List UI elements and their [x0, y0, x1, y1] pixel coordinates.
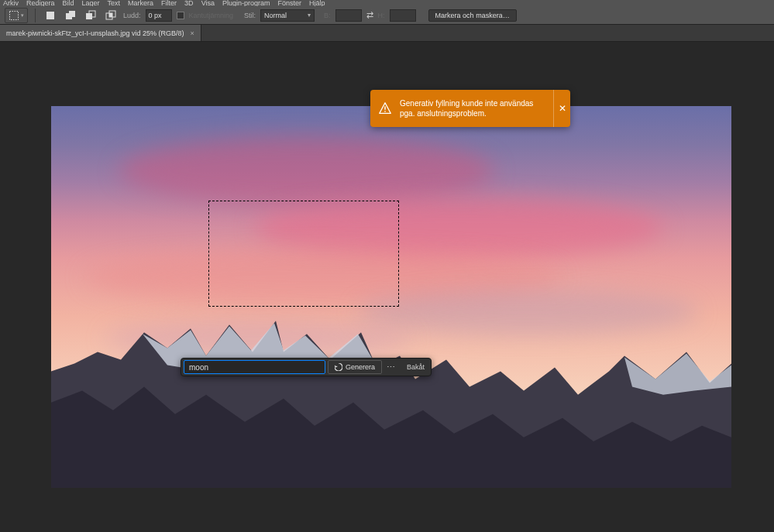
- generative-fill-taskbar: Generera ⋯ Bakåt: [181, 358, 432, 376]
- menu-hjalp[interactable]: Hjälp: [309, 0, 325, 6]
- menu-arkiv[interactable]: Arkiv: [3, 0, 19, 6]
- selection-new-button[interactable]: [43, 8, 58, 23]
- close-tab-icon[interactable]: ×: [191, 29, 194, 37]
- separator: [35, 9, 36, 22]
- svg-rect-1: [46, 12, 54, 19]
- document-tab-bar: marek-piwnicki-skFtz_ycI-I-unsplash.jpg …: [0, 25, 774, 42]
- workspace: Generera ⋯ Bakåt Generativ fyllning kund…: [0, 42, 774, 532]
- more-options-button[interactable]: ⋯: [384, 360, 398, 374]
- toast-close-button[interactable]: ✕: [553, 90, 570, 127]
- style-label: Stil:: [244, 12, 256, 19]
- svg-rect-9: [384, 106, 385, 110]
- menu-visa[interactable]: Visa: [201, 0, 215, 6]
- height-input: [390, 9, 416, 22]
- feather-label: Ludd:: [123, 12, 141, 19]
- error-toast: Generativ fyllning kunde inte användas p…: [370, 90, 570, 127]
- tool-preset-picker[interactable]: ▾: [5, 8, 28, 23]
- selection-new-icon: [45, 10, 56, 21]
- selection-subtract-button[interactable]: [83, 8, 98, 23]
- prompt-input[interactable]: [184, 360, 325, 374]
- selection-intersect-button[interactable]: [103, 8, 119, 23]
- anti-alias-label: Kantutjämning: [189, 12, 234, 19]
- close-icon: ✕: [559, 103, 566, 114]
- select-and-mask-button[interactable]: Markera och maskera…: [428, 9, 517, 22]
- toast-message: Generativ fyllning kunde inte användas p…: [400, 98, 542, 119]
- menu-redigera[interactable]: Redigera: [26, 0, 55, 6]
- menu-fonster[interactable]: Fönster: [278, 0, 302, 6]
- menu-bar: Arkiv Redigera Bild Lager Text Markera F…: [0, 0, 774, 6]
- svg-rect-10: [384, 111, 385, 112]
- swap-icon: ⇄: [366, 10, 373, 20]
- svg-rect-3: [69, 11, 75, 17]
- style-select[interactable]: Normal: [260, 9, 315, 22]
- image-cloud: [119, 136, 494, 205]
- anti-alias-checkbox: [177, 12, 184, 19]
- height-label: H:: [378, 12, 385, 19]
- document-tab[interactable]: marek-piwnicki-skFtz_ycI-I-unsplash.jpg …: [0, 25, 201, 41]
- selection-subtract-icon: [85, 10, 96, 21]
- warning-icon: [378, 101, 392, 115]
- svg-rect-8: [109, 13, 112, 17]
- image-cloud: [255, 197, 663, 259]
- feather-input[interactable]: 0 px: [146, 9, 172, 22]
- generate-label: Generera: [346, 363, 375, 371]
- menu-lager[interactable]: Lager: [82, 0, 100, 6]
- generate-button[interactable]: Generera: [328, 360, 382, 374]
- style-value: Normal: [264, 12, 287, 19]
- width-input: [335, 9, 362, 22]
- svg-rect-0: [10, 11, 19, 19]
- options-bar: ▾ Ludd: 0 px Kantutjämning Stil: Normal …: [0, 6, 774, 25]
- selection-add-icon: [65, 10, 76, 21]
- vertical-scrollbar[interactable]: [770, 42, 774, 532]
- chevron-down-icon: ▾: [21, 12, 24, 19]
- selection-intersect-icon: [105, 10, 116, 21]
- image-mountains: [51, 278, 731, 488]
- generate-icon: [335, 363, 342, 371]
- cancel-button[interactable]: Bakåt: [401, 360, 431, 374]
- menu-plugin[interactable]: Plugin-program: [222, 0, 270, 6]
- more-icon: ⋯: [387, 362, 395, 372]
- rectangular-marquee-icon: [9, 10, 19, 21]
- width-label: B:: [324, 12, 331, 19]
- document-tab-title: marek-piwnicki-skFtz_ycI-I-unsplash.jpg …: [6, 29, 184, 37]
- menu-markera[interactable]: Markera: [128, 0, 153, 6]
- selection-add-button[interactable]: [63, 8, 78, 23]
- document-canvas[interactable]: [51, 106, 731, 488]
- menu-bild[interactable]: Bild: [63, 0, 74, 6]
- menu-text[interactable]: Text: [108, 0, 121, 6]
- menu-filter[interactable]: Filter: [161, 0, 177, 6]
- menu-3d[interactable]: 3D: [184, 0, 194, 6]
